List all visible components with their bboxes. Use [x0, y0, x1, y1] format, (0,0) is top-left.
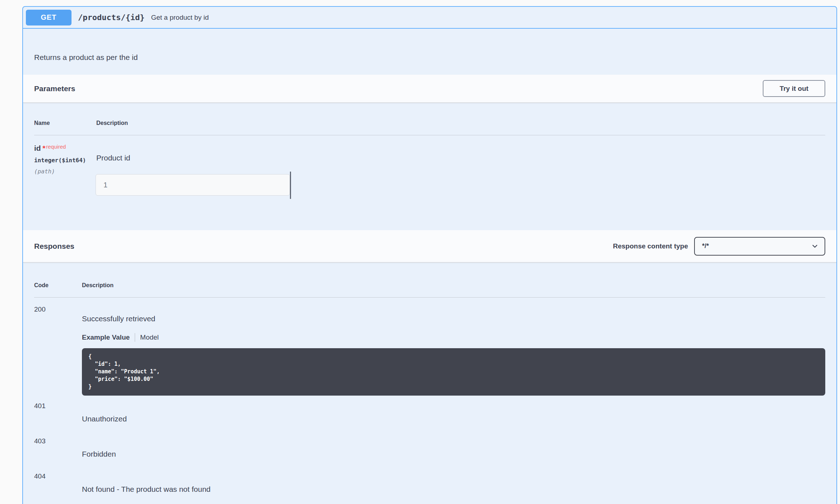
response-404-description: Not found - The product was not found — [82, 485, 211, 494]
tab-example-value[interactable]: Example Value — [82, 333, 130, 341]
required-label: required — [46, 144, 66, 150]
responses-table: Code Description 200 Successfully retrie… — [23, 263, 836, 504]
param-name-column-header: Name — [34, 120, 50, 126]
response-code-401: 401 — [34, 402, 46, 410]
param-description: Product id — [96, 154, 130, 162]
response-200-description: Successfully retrieved — [82, 314, 155, 323]
param-description-column-header: Description — [96, 120, 128, 126]
swagger-page: GET /products/{id} Get a product by id R… — [0, 0, 840, 504]
response-content-type-select[interactable]: */* — [694, 237, 825, 256]
example-model-tabs: Example Value Model — [82, 333, 159, 342]
response-403-description: Forbidden — [82, 450, 116, 458]
param-location: (path) — [34, 168, 55, 175]
example-value-code-block: { "id": 1, "name": "Product 1", "price":… — [82, 348, 825, 396]
response-401-description: Unauthorized — [82, 415, 127, 423]
response-code-404: 404 — [34, 472, 46, 480]
param-type: integer($int64) — [34, 157, 86, 164]
responses-title: Responses — [34, 242, 74, 251]
endpoint-summary-row[interactable]: GET /products/{id} Get a product by id — [23, 7, 836, 29]
endpoint-description: Returns a product as per the id — [23, 29, 836, 75]
response-code-column-header: Code — [34, 282, 49, 289]
response-code-200: 200 — [34, 305, 46, 313]
try-it-out-button[interactable]: Try it out — [763, 80, 825, 97]
response-code-403: 403 — [34, 437, 46, 445]
endpoint-path: /products/{id} — [78, 13, 144, 22]
response-content-type-wrap: Response content type */* — [613, 237, 825, 256]
response-content-type-value: */* — [702, 242, 709, 250]
tab-model[interactable]: Model — [140, 333, 159, 341]
param-id-input[interactable] — [96, 174, 290, 196]
endpoint-summary-text: Get a product by id — [151, 14, 209, 22]
required-star: * — [42, 144, 45, 152]
chevron-down-icon — [811, 242, 819, 250]
example-json: { "id": 1, "name": "Product 1", "price":… — [82, 348, 825, 391]
parameters-title: Parameters — [34, 84, 75, 93]
http-method-badge: GET — [26, 10, 71, 25]
parameters-table: Name Description id *required integer($i… — [23, 103, 836, 230]
param-name-cell: id *required — [34, 144, 66, 153]
response-content-type-label: Response content type — [613, 242, 688, 250]
operation-block-get: GET /products/{id} Get a product by id R… — [22, 6, 837, 504]
responses-header-divider — [34, 297, 825, 298]
column-resize-handle[interactable] — [290, 172, 291, 199]
responses-section-header: Responses Response content type */* — [23, 230, 836, 263]
tab-separator — [135, 333, 135, 342]
param-name: id — [34, 144, 41, 152]
parameters-section-header: Parameters Try it out — [23, 75, 836, 103]
params-header-divider — [34, 135, 825, 135]
response-description-column-header: Description — [82, 282, 114, 289]
